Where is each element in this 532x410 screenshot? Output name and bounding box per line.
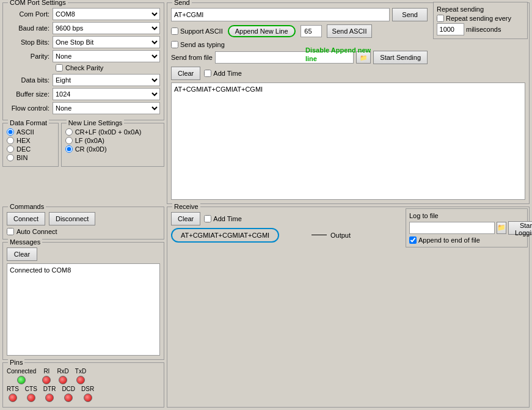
commands-box: Commands Connect Disconnect Auto Connect [2,207,164,240]
repeat-sending-checkbox[interactable] [437,15,444,22]
disable-annotation: Disable Append newline [305,46,371,64]
pin-dsr: DSR [81,386,94,402]
send-panel: Send Repeat sending Repeat sending every… [167,2,530,204]
lf-radio[interactable] [65,137,73,144]
flow-control-label: Flow control: [7,104,53,112]
send-content-text: AT+CGMIAT+CGMIAT+CGMI [172,83,525,95]
check-parity-checkbox[interactable] [56,64,63,71]
send-as-typing-label: Send as typing [180,41,225,48]
stop-bits-label: Stop Bits: [7,38,53,46]
messages-content-text: Connected to COM8 [10,266,71,274]
pin-ri: RI [42,368,51,384]
pin-dcd: DCD [62,386,75,402]
pin-dtr: DTR [43,386,56,402]
dec-radio[interactable] [7,145,14,153]
pin-rts-led [9,394,17,402]
bin-label: BIN [16,154,27,161]
output-annotation: Output [312,232,351,239]
baud-rate-label: Baud rate: [7,24,53,32]
stop-bits-select[interactable]: One Stop Bit [53,36,160,48]
parity-select[interactable]: None [53,50,160,62]
cr-radio[interactable] [65,145,73,153]
append-new-line-button[interactable]: Append New Line [228,25,296,37]
com-port-label: Com Port: [7,10,53,18]
receive-content-text: AT+CGMIAT+CGMIAT+CGMI [181,232,269,239]
new-line-title: New Line Settings [67,119,125,126]
auto-connect-label: Auto Connect [16,228,57,235]
receive-add-time-checkbox[interactable] [204,215,211,222]
pin-connected-led [17,376,26,384]
pin-dtr-led [45,394,54,402]
receive-clear-button[interactable]: Clear [171,212,200,225]
data-bits-label: Data bits: [7,76,53,84]
com-port-title: COM Port Settings [8,0,68,6]
connect-button[interactable]: Connect [7,212,45,225]
send-button[interactable]: Send [392,8,428,21]
commands-title: Commands [8,203,46,210]
receive-title: Receive [172,203,200,210]
dec-label: DEC [16,145,31,153]
check-parity-label: Check Parity [65,64,103,71]
repeat-sending-title: Repeat sending [437,5,524,13]
pin-cts: CTS [25,386,37,402]
com-port-settings: COM Port Settings Com Port: COM8 Baud ra… [2,2,164,120]
repeat-sending-box: Repeat sending Repeat sending every 1000… [433,2,528,39]
send-add-time-checkbox[interactable] [204,70,211,77]
receive-add-time-label: Add Time [213,215,241,222]
baud-rate-select[interactable]: 9600 bps [53,22,160,34]
pin-cts-led [27,394,35,402]
messages-content-area: Connected to COM8 [7,263,160,356]
data-format-title: Data Format [8,119,49,126]
auto-connect-checkbox[interactable] [7,228,14,235]
crlf-radio[interactable] [65,128,73,136]
start-sending-button[interactable]: Start Sending [373,51,428,64]
pin-ri-led [42,376,51,384]
com-port-select[interactable]: COM8 [53,8,160,20]
crlf-label: CR+LF (0x0D + 0x0A) [75,128,142,136]
messages-clear-button[interactable]: Clear [7,247,37,261]
support-ascii-label: Support ASCII [180,27,223,35]
pin-connected: Connected [7,368,36,384]
flow-control-select[interactable]: None [53,102,160,114]
ascii-label: ASCII [16,128,34,136]
pin-txd: TxD [75,368,86,384]
bin-radio[interactable] [7,154,14,161]
size-input[interactable] [301,25,322,37]
data-format-box: Data Format ASCII HEX DEC [2,123,59,167]
send-add-time-label: Add Time [213,70,241,77]
send-clear-button[interactable]: Clear [171,67,200,80]
lf-label: LF (0x0A) [75,137,104,144]
hex-label: HEX [16,137,31,144]
hex-radio[interactable] [7,137,14,144]
buffer-size-select[interactable]: 1024 [53,88,160,100]
repeat-sending-label: Repeat sending every [446,15,511,22]
receive-panel: Receive Log to file 📁 Start Logging Appe… [167,207,530,408]
send-as-typing-checkbox[interactable] [171,41,178,48]
receive-content-area: AT+CGMIAT+CGMIAT+CGMI [171,228,279,243]
pin-rxd-led [59,376,67,384]
repeat-ms-input[interactable]: 1000 [437,23,464,35]
parity-label: Parity: [7,53,53,60]
log-to-file-title: Log to file [409,212,524,219]
send-text-input[interactable] [171,8,390,21]
support-ascii-checkbox[interactable] [171,27,178,35]
messages-box: Messages Clear Connected to COM8 [2,242,164,361]
data-bits-select[interactable]: Eight [53,74,160,86]
ascii-radio[interactable] [7,128,14,136]
pin-rts: RTS [7,386,19,402]
receive-scroll-area: AT+CGMIAT+CGMIAT+CGMI Output [171,228,525,404]
pin-dcd-led [64,394,73,402]
send-title: Send [172,0,192,6]
cr-label: CR (0x0D) [75,145,107,153]
send-from-file-label: Send from file [171,54,213,61]
pins-title: Pins [8,359,24,366]
send-ascii-button[interactable]: Send ASCII [327,24,373,38]
pin-rxd: RxD [57,368,68,384]
disconnect-button[interactable]: Disconnect [49,212,95,225]
pin-txd-led [76,376,85,384]
messages-title: Messages [8,238,42,246]
pin-dsr-led [84,394,92,402]
pins-box: Pins Connected RI RxD TxD [2,362,164,408]
buffer-size-label: Buffer size: [7,90,53,98]
ms-label: miliseconds [466,26,501,33]
